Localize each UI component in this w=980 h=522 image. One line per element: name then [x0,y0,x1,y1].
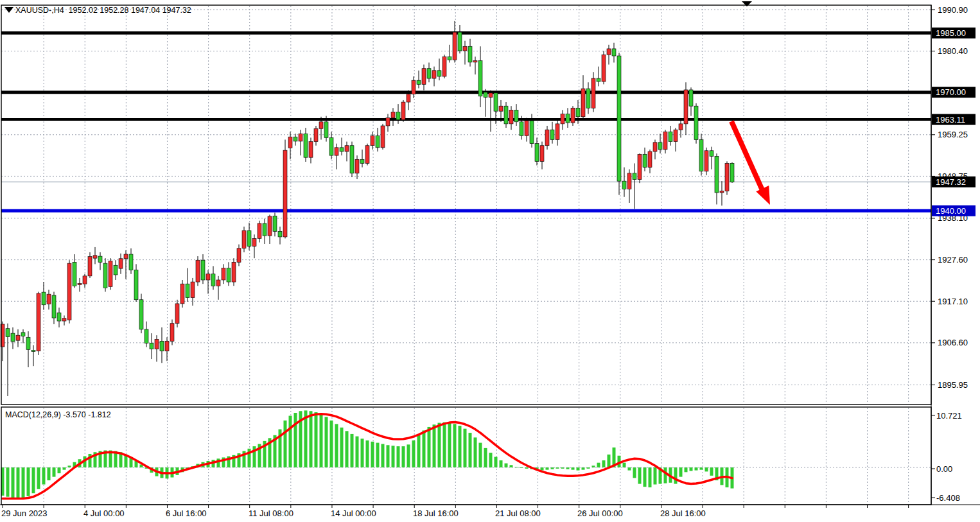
candle-bull [78,284,82,285]
candle-bear [715,156,719,193]
candle-bear [669,132,672,141]
macd-histogram-bar [628,467,631,471]
time-axis-label[interactable]: 28 Jul 16:00 [660,509,706,518]
candle-bear [273,216,277,231]
candle-bear [427,69,431,78]
candle-bull [556,124,559,140]
candle-bull [288,137,292,148]
time-axis-label[interactable]: 4 Jul 00:00 [83,509,125,518]
candle-bear [694,106,698,139]
macd-histogram-bar [459,426,462,467]
candle-bull [453,32,457,60]
macd-histogram-bar [505,464,508,467]
candle-bear [247,231,251,247]
macd-histogram-bar [335,424,338,467]
macd-histogram-bar [484,448,487,467]
candle-bull [314,128,318,141]
time-axis-label[interactable]: 11 Jul 08:00 [249,509,293,518]
candle-bear [340,148,344,152]
candle-bull [684,90,688,124]
macd-histogram-bar [27,467,30,496]
macd-histogram-bar [310,411,313,467]
candle-bull [401,102,405,120]
candle-bear [484,92,487,98]
price-axis-label: 1917.10 [938,297,968,306]
macd-histogram-bar [643,467,647,487]
candle-bull [442,57,446,76]
macd-histogram-bar [351,434,354,467]
candle-bear [57,313,61,321]
candle-bear [437,71,441,76]
price-axis-label: 1895.95 [938,380,968,390]
macd-histogram-bar [63,467,66,470]
candle-bull [627,173,631,189]
macd-histogram-bar [417,435,421,467]
candle-bear [550,130,554,139]
candle-bull [47,294,51,304]
macd-histogram-bar [376,443,380,467]
candle-bull [319,122,323,128]
candle-bear [376,135,380,147]
macd-histogram-bar [325,417,328,467]
candle-bull [165,341,169,351]
candle-bear [396,112,400,119]
candle-bear [514,110,518,121]
candle-bear [730,163,734,182]
candle-bull [412,80,416,94]
candle-bear [103,263,107,288]
time-axis-label[interactable]: 21 Jul 08:00 [495,509,541,518]
symbol-dropdown-icon[interactable] [4,7,13,13]
candle-bear [689,90,693,106]
candle-bear [658,143,662,150]
macd-histogram-bar [469,433,472,467]
candle-bear [201,260,205,280]
candle-bear [6,329,10,337]
time-axis-label[interactable]: 29 Jun 2023 [1,509,48,518]
macd-histogram-bar [392,446,395,467]
candle-bear [293,137,297,141]
candle-bull [371,135,374,145]
macd-axis-label: 0.00 [936,464,952,474]
candle-bull [602,55,606,82]
time-axis-label[interactable]: 14 Jul 00:00 [331,509,376,518]
macd-histogram-bar [602,460,606,467]
macd-histogram-bar [12,467,15,498]
candle-bull [237,248,241,263]
chart-canvas[interactable]: 1990.901980.401959.251948.751938.101927.… [0,0,980,522]
macd-histogram-bar [448,423,451,467]
candle-bear [710,151,713,157]
candle-bear [304,134,308,157]
price-axis-label: 1959.25 [938,130,968,139]
macd-histogram-bar [679,467,683,477]
macd-histogram-bar [546,467,549,470]
candle-bull [242,231,246,248]
time-axis-label[interactable]: 18 Jul 16:00 [413,509,459,518]
macd-histogram-bar [289,416,292,467]
candle-bear [21,333,25,336]
macd-histogram-bar [664,467,667,483]
candle-bear [278,231,282,237]
candle-bull [386,118,390,126]
candle-bull [124,254,128,259]
candle-bull [206,274,210,280]
candle-bull [499,106,503,111]
macd-histogram-bar [582,467,585,470]
macd-histogram-bar [453,424,457,467]
candle-bear [144,329,148,344]
candle-bull [581,89,585,117]
macd-histogram-bar [428,427,431,467]
macd-histogram-bar [53,467,56,477]
candle-bull [463,46,467,51]
candle-bull [175,304,179,324]
main-chart-area[interactable] [1,5,931,405]
macd-histogram-bar [510,465,513,467]
macd-histogram-bar [407,444,410,467]
candle-bear [478,60,482,96]
macd-histogram-bar [433,424,436,467]
candle-bear [42,292,46,305]
time-axis-label[interactable]: 26 Jul 00:00 [577,509,623,518]
candle-bear [597,78,600,82]
candle-bull [704,151,708,171]
time-axis-label[interactable]: 6 Jul 16:00 [166,509,207,518]
candle-bear [458,32,462,51]
